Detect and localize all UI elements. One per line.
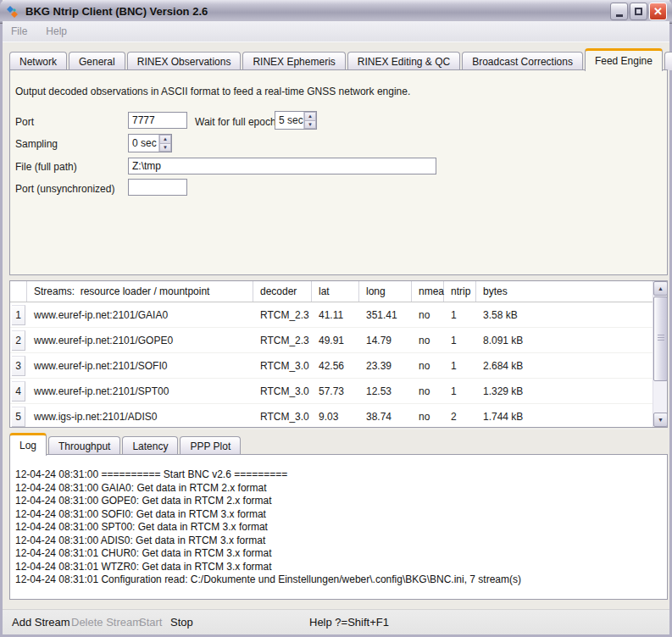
header-mountpoint: Streams: resource loader / mountpoint	[27, 281, 253, 302]
sampling-label: Sampling	[15, 138, 58, 150]
spin-up-icon[interactable]: ▲	[159, 135, 171, 143]
menu-help[interactable]: Help	[46, 25, 67, 37]
row-number: 4	[12, 381, 25, 402]
tab-rinex-editing-qc[interactable]: RINEX Editing & QC	[347, 52, 460, 70]
streams-table-header: Streams: resource loader / mountpoint de…	[10, 281, 667, 302]
menu-file[interactable]: File	[11, 25, 27, 37]
close-icon: ✕	[653, 5, 663, 18]
minimize-icon	[616, 14, 623, 17]
log-panel[interactable]: 12-04-24 08:31:00 ========== Start BNC v…	[9, 454, 668, 600]
header-lat: lat	[312, 281, 359, 302]
delete-stream-button[interactable]: Delete Stream	[71, 616, 142, 629]
log-line: 12-04-24 08:31:00 ========== Start BNC v…	[15, 468, 662, 482]
table-row[interactable]: 1 www.euref-ip.net:2101/GAIA0 RTCM_2.3 4…	[10, 302, 667, 328]
bottom-tab-bar: Log Throughput Latency PPP Plot	[9, 432, 668, 455]
feed-engine-description: Output decoded observations in ASCII for…	[15, 86, 410, 97]
tab-rinex-observations[interactable]: RINEX Observations	[127, 52, 242, 70]
header-long: long	[359, 281, 412, 302]
help-shortcut-label: Help ?=Shift+F1	[309, 616, 389, 629]
tab-broadcast-corrections[interactable]: Broadcast Corrections	[462, 52, 583, 70]
port-input[interactable]	[128, 112, 187, 129]
tab-throughput[interactable]: Throughput	[48, 436, 120, 455]
file-path-input[interactable]	[128, 158, 436, 174]
header-decoder: decoder	[253, 281, 312, 302]
tab-ppp-plot[interactable]: PPP Plot	[180, 436, 241, 455]
tab-serial-output[interactable]: Serial Ou	[664, 52, 672, 70]
table-scrollbar[interactable]: ▲ ▼	[653, 281, 667, 427]
tab-latency[interactable]: Latency	[122, 436, 178, 455]
spin-down-icon[interactable]: ▼	[304, 120, 316, 130]
maximize-icon	[635, 8, 642, 15]
minimize-button[interactable]	[610, 3, 628, 20]
log-line: 12-04-24 08:31:00 GAIA0: Get data in RTC…	[15, 482, 662, 496]
log-line: 12-04-24 08:31:01 Configuration read: C:…	[15, 573, 662, 587]
table-row[interactable]: 4 www.euref-ip.net:2101/SPT00 RTCM_3.0 5…	[10, 379, 667, 404]
row-number: 3	[12, 356, 25, 376]
row-number: 2	[12, 330, 25, 351]
header-rownum	[10, 281, 27, 302]
sampling-spinner[interactable]: 0 sec ▲ ▼	[128, 134, 172, 152]
wait-epoch-spinner[interactable]: 5 sec ▲ ▼	[275, 111, 317, 130]
add-stream-button[interactable]: Add Stream	[12, 616, 70, 629]
row-number: 1	[12, 305, 25, 325]
tab-feed-engine[interactable]: Feed Engine	[585, 48, 663, 71]
main-tab-bar: Network General RINEX Observations RINEX…	[9, 47, 663, 70]
spin-down-icon[interactable]: ▼	[159, 143, 171, 152]
feed-engine-panel: Output decoded observations in ASCII for…	[9, 69, 668, 275]
file-path-label: File (full path)	[15, 161, 77, 173]
wait-epoch-label: Wait for full epoch	[195, 116, 276, 128]
log-line: 12-04-24 08:31:00 GOPE0: Get data in RTC…	[15, 495, 662, 508]
header-ntrip: ntrip	[444, 281, 476, 302]
tab-log[interactable]: Log	[9, 433, 47, 456]
app-window: BKG Ntrip Client (BNC) Version 2.6 ✕ Fil…	[0, 0, 672, 637]
title-bar[interactable]: BKG Ntrip Client (BNC) Version 2.6 ✕	[0, 0, 672, 24]
header-bytes: bytes	[476, 281, 667, 302]
wait-epoch-value: 5 sec	[275, 112, 303, 129]
menu-bar: File Help	[3, 21, 669, 42]
close-button[interactable]: ✕	[649, 3, 667, 20]
port-unsync-input[interactable]	[128, 179, 187, 196]
scrollbar-up-icon[interactable]: ▲	[653, 281, 668, 296]
action-bar: Add Stream Delete Stream Start Stop Help…	[3, 609, 669, 634]
port-unsync-label: Port (unsynchronized)	[15, 183, 114, 195]
start-button[interactable]: Start	[139, 616, 162, 629]
log-line: 12-04-24 08:31:01 WTZR0: Get data in RTC…	[15, 561, 662, 574]
port-label: Port	[15, 116, 34, 128]
spin-up-icon[interactable]: ▲	[304, 112, 316, 120]
log-line: 12-04-24 08:31:00 ADIS0: Get data in RTC…	[15, 535, 662, 548]
header-nmea: nmea	[412, 281, 444, 302]
window-title: BKG Ntrip Client (BNC) Version 2.6	[25, 5, 208, 18]
table-row[interactable]: 3 www.euref-ip.net:2101/SOFI0 RTCM_3.0 4…	[10, 353, 667, 379]
tab-rinex-ephemeris[interactable]: RINEX Ephemeris	[242, 52, 345, 70]
table-row[interactable]: 2 www.euref-ip.net:2101/GOPE0 RTCM_2.3 4…	[10, 328, 667, 353]
tab-general[interactable]: General	[69, 52, 125, 70]
log-line: 12-04-24 08:31:01 CHUR0: Get data in RTC…	[15, 547, 662, 561]
app-icon	[5, 4, 20, 19]
streams-table: Streams: resource loader / mountpoint de…	[9, 280, 668, 428]
stop-button[interactable]: Stop	[170, 616, 193, 629]
scrollbar-grip-icon	[658, 335, 664, 342]
log-line: 12-04-24 08:31:00 SPT00: Get data in RTC…	[15, 521, 662, 535]
row-number: 5	[12, 407, 25, 427]
log-line: 12-04-24 08:31:00 SOFI0: Get data in RTC…	[15, 508, 662, 522]
table-row[interactable]: 5 www.igs-ip.net:2101/ADIS0 RTCM_3.0 9.0…	[10, 404, 667, 429]
scrollbar-down-icon[interactable]: ▼	[653, 413, 668, 427]
tab-network[interactable]: Network	[9, 52, 67, 70]
sampling-value: 0 sec	[129, 135, 158, 152]
scrollbar-thumb[interactable]	[653, 296, 668, 381]
maximize-button[interactable]	[630, 3, 647, 20]
